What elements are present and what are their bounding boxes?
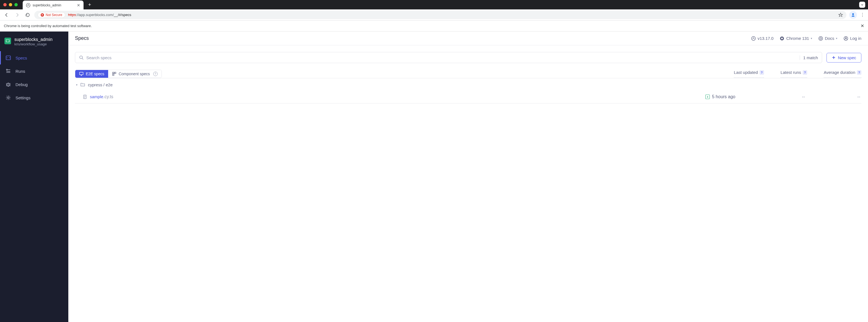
column-headers: Last updated ? Latest runs ? Average dur… <box>734 70 861 78</box>
tab-bar: superblocks_admin ✕ + <box>0 0 868 9</box>
cypress-favicon-icon <box>26 3 30 7</box>
tab-e2e-specs[interactable]: E2E specs <box>75 70 108 78</box>
chevron-down-icon: ▾ <box>811 37 812 40</box>
svg-point-0 <box>26 3 30 7</box>
svg-point-9 <box>781 38 783 39</box>
chrome-icon <box>779 36 784 41</box>
chevron-down-icon: ▾ <box>836 37 837 40</box>
docs-link[interactable]: Docs ▾ <box>818 36 837 41</box>
tab-component-specs[interactable]: Component specs ? <box>108 70 161 78</box>
new-tab-button[interactable]: + <box>86 2 93 8</box>
not-secure-icon: ✕ <box>41 13 44 17</box>
spec-file-row[interactable]: sample.cy.ts + 5 hours ago -- -- <box>75 91 861 103</box>
tab-title: superblocks_admin <box>33 3 75 7</box>
login-button[interactable]: Log in <box>843 36 861 41</box>
url-text: https://app.superblocks.com/__/#/specs <box>68 13 131 17</box>
sidebar-item-label: Debug <box>16 82 28 87</box>
docs-icon <box>818 36 823 41</box>
new-spec-label: New spec <box>838 55 856 60</box>
svg-rect-15 <box>80 72 83 75</box>
project-name: superblocks_admin <box>14 37 53 42</box>
browser-selector[interactable]: Chrome 131 ▾ <box>779 36 812 41</box>
tab-label: E2E specs <box>86 72 104 76</box>
chevron-down-icon: ▾ <box>76 83 78 86</box>
header-last-updated[interactable]: Last updated ? <box>734 70 764 78</box>
folder-row[interactable]: ▾ cypress / e2e <box>75 78 861 91</box>
help-icon[interactable]: ? <box>857 70 861 75</box>
help-icon[interactable]: ? <box>760 70 764 75</box>
traffic-lights <box>3 3 18 6</box>
automation-text: Chrome is being controlled by automated … <box>4 24 92 28</box>
reload-button[interactable] <box>24 11 32 19</box>
sidebar-item-label: Runs <box>16 69 25 73</box>
url-field[interactable]: ✕ Not Secure https://app.superblocks.com… <box>34 11 846 19</box>
bookmark-star-icon[interactable] <box>838 12 843 18</box>
svg-point-7 <box>751 36 755 40</box>
main-content: Specs v13.17.0 Chrome 131 ▾ <box>68 32 868 322</box>
project-icon <box>4 38 11 44</box>
header-avg-duration[interactable]: Average duration ? <box>824 70 861 78</box>
project-block[interactable]: superblocks_admin kris/workflow_usage <box>0 35 68 51</box>
svg-point-10 <box>819 36 823 40</box>
spec-type-tabs: E2E specs Component specs ? <box>75 70 162 78</box>
added-icon: + <box>705 95 710 99</box>
search-input[interactable] <box>86 55 797 60</box>
browser-tab[interactable]: superblocks_admin ✕ <box>23 1 84 10</box>
login-label: Log in <box>850 36 861 41</box>
project-branch: kris/workflow_usage <box>14 42 53 46</box>
search-box[interactable]: 1 match <box>75 52 822 63</box>
app: superblocks_admin kris/workflow_usage Sp… <box>0 32 868 322</box>
cypress-logo-icon <box>751 36 756 41</box>
svg-point-6 <box>7 97 9 98</box>
back-button[interactable] <box>3 11 10 19</box>
folder-icon <box>80 82 85 87</box>
profile-button[interactable] <box>849 11 857 19</box>
browser-chrome: superblocks_admin ✕ + ✕ Not Secure https… <box>0 0 868 21</box>
specs-icon <box>5 55 11 61</box>
forward-button[interactable] <box>13 11 21 19</box>
browser-label: Chrome 131 <box>786 36 809 41</box>
file-latest-runs: -- <box>777 94 805 99</box>
window-minimize-button[interactable] <box>9 3 12 6</box>
sidebar-item-debug[interactable]: Debug <box>0 78 68 91</box>
browser-menu-button[interactable]: ⋮ <box>860 12 865 18</box>
sidebar: superblocks_admin kris/workflow_usage Sp… <box>0 32 68 322</box>
tabs-dropdown-button[interactable] <box>859 2 865 8</box>
help-icon[interactable]: ? <box>153 72 158 76</box>
tab-label: Component specs <box>119 72 150 76</box>
sidebar-item-specs[interactable]: Specs <box>0 51 68 64</box>
header-latest-runs[interactable]: Latest runs ? <box>781 70 807 78</box>
automation-close-icon[interactable]: ✕ <box>861 23 864 29</box>
gear-icon <box>5 95 11 100</box>
folder-path: cypress / e2e <box>88 83 113 87</box>
version-info[interactable]: v13.17.0 <box>751 36 774 41</box>
monitor-icon <box>79 72 84 76</box>
search-icon <box>79 55 84 60</box>
match-count: 1 match <box>800 55 818 60</box>
user-icon <box>843 36 848 41</box>
sidebar-item-label: Specs <box>16 56 27 60</box>
svg-point-14 <box>80 56 83 59</box>
file-name: sample <box>90 94 103 99</box>
docs-label: Docs <box>825 36 834 41</box>
window-close-button[interactable] <box>3 3 7 6</box>
sidebar-item-settings[interactable]: Settings <box>0 91 68 104</box>
new-spec-button[interactable]: New spec <box>827 53 861 63</box>
sidebar-item-label: Settings <box>16 95 30 100</box>
svg-rect-17 <box>115 72 116 73</box>
help-icon[interactable]: ? <box>803 70 807 75</box>
file-last-updated: + 5 hours ago <box>705 94 761 99</box>
automation-banner: Chrome is being controlled by automated … <box>0 21 868 32</box>
sidebar-item-runs[interactable]: Runs <box>0 64 68 78</box>
page-title: Specs <box>75 35 89 41</box>
plus-icon <box>832 56 836 60</box>
window-maximize-button[interactable] <box>14 3 18 6</box>
svg-point-4 <box>6 69 7 70</box>
not-secure-chip[interactable]: ✕ Not Secure <box>38 12 65 18</box>
not-secure-label: Not Secure <box>45 13 62 17</box>
svg-point-13 <box>845 37 846 38</box>
runs-icon <box>5 68 11 74</box>
tab-close-icon[interactable]: ✕ <box>77 3 80 7</box>
svg-rect-16 <box>113 72 114 73</box>
address-bar: ✕ Not Secure https://app.superblocks.com… <box>0 9 868 21</box>
